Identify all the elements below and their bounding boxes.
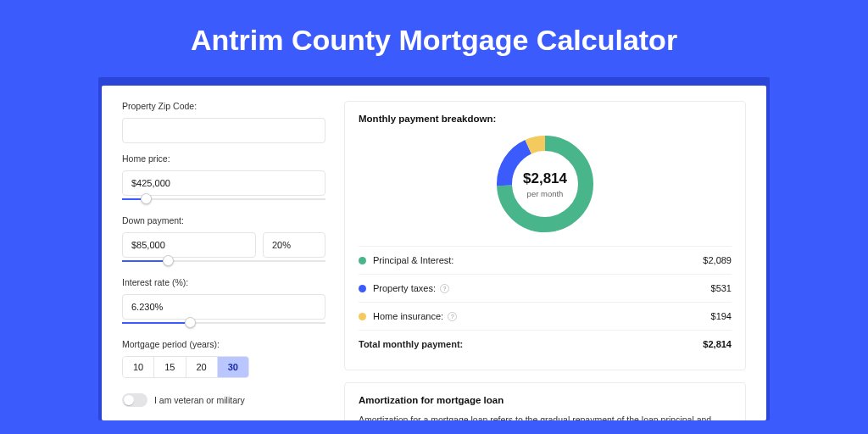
donut-value: $2,814 [523, 170, 567, 187]
veteran-toggle[interactable] [122, 393, 147, 407]
down-payment-pct-input[interactable] [263, 232, 326, 258]
amortization-body: Amortization for a mortgage loan refers … [359, 414, 732, 420]
slider-thumb[interactable] [141, 193, 152, 204]
down-payment-label: Down payment: [122, 215, 326, 225]
breakdown-title: Monthly payment breakdown: [359, 114, 732, 124]
total-value: $2,814 [703, 339, 732, 349]
interest-label: Interest rate (%): [122, 277, 326, 287]
legend-value: $2,089 [703, 255, 732, 265]
period-option-15[interactable]: 15 [153, 357, 185, 377]
slider-thumb[interactable] [185, 317, 196, 328]
period-option-30[interactable]: 30 [217, 357, 248, 377]
zip-input[interactable] [122, 118, 326, 143]
donut-chart-wrap: $2,814 per month [359, 132, 732, 236]
breakdown-section: Monthly payment breakdown: $2,814 per mo… [344, 101, 746, 370]
home-price-slider[interactable] [122, 195, 326, 205]
legend-principal: Principal & Interest: $2,089 [359, 246, 732, 274]
home-price-label: Home price: [122, 153, 326, 164]
card-shadow: Property Zip Code: Home price: Down paym… [98, 77, 770, 420]
legend-taxes: Property taxes: ? $531 [359, 274, 732, 302]
interest-slider[interactable] [122, 319, 326, 329]
dot-icon [359, 313, 366, 320]
calculator-card: Property Zip Code: Home price: Down paym… [102, 86, 766, 420]
form-column: Property Zip Code: Home price: Down paym… [122, 101, 326, 414]
field-zip: Property Zip Code: [122, 101, 326, 143]
results-column: Monthly payment breakdown: $2,814 per mo… [344, 101, 746, 414]
interest-input[interactable] [122, 294, 326, 320]
legend-total: Total monthly payment: $2,814 [359, 330, 732, 358]
legend-value: $531 [711, 283, 732, 293]
dot-icon [359, 257, 366, 264]
field-interest: Interest rate (%): [122, 277, 326, 329]
home-price-input[interactable] [122, 170, 326, 196]
field-period: Mortgage period (years): 10 15 20 30 [122, 339, 326, 378]
veteran-label: I am veteran or military [154, 395, 245, 405]
zip-label: Property Zip Code: [122, 101, 326, 111]
info-icon[interactable]: ? [448, 312, 457, 321]
legend-insurance: Home insurance: ? $194 [359, 302, 732, 330]
total-label: Total monthly payment: [359, 339, 463, 349]
field-down-payment: Down payment: [122, 215, 326, 267]
dot-icon [359, 285, 366, 292]
down-payment-input[interactable] [122, 232, 256, 258]
veteran-row: I am veteran or military [122, 393, 326, 407]
period-option-10[interactable]: 10 [123, 357, 153, 377]
donut-center: $2,814 per month [493, 132, 597, 236]
field-home-price: Home price: [122, 153, 326, 205]
down-payment-slider[interactable] [122, 257, 326, 267]
period-label: Mortgage period (years): [122, 339, 326, 349]
legend-value: $194 [711, 311, 732, 321]
legend-label: Principal & Interest: [373, 255, 453, 265]
slider-thumb[interactable] [163, 255, 174, 266]
donut-chart: $2,814 per month [493, 132, 597, 236]
amortization-title: Amortization for mortgage loan [359, 395, 732, 405]
amortization-section: Amortization for mortgage loan Amortizat… [344, 382, 746, 420]
page-title: Antrim County Mortgage Calculator [0, 0, 868, 77]
legend-label: Home insurance: [373, 311, 443, 321]
donut-sub: per month [527, 189, 564, 198]
info-icon[interactable]: ? [440, 284, 449, 293]
legend-label: Property taxes: [373, 283, 436, 293]
period-segmented: 10 15 20 30 [122, 356, 249, 378]
period-option-20[interactable]: 20 [186, 357, 217, 377]
